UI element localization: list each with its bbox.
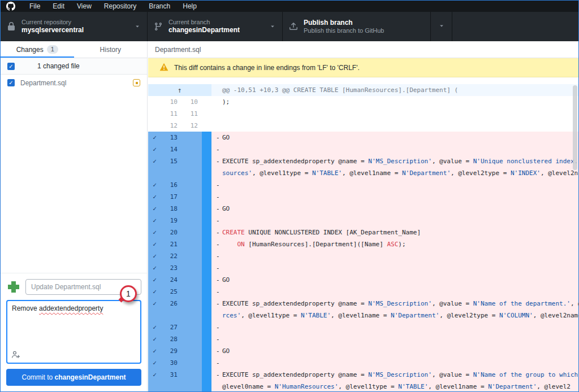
commit-button[interactable]: Commit to changesinDepartment xyxy=(6,369,141,386)
line-select-checkmark[interactable]: ✓ xyxy=(148,298,161,310)
publish-dropdown-button[interactable] xyxy=(431,12,452,41)
line-select-strip[interactable] xyxy=(202,155,211,167)
select-all-checkbox[interactable]: ✓ xyxy=(7,63,15,70)
diff-row[interactable]: ✓15-EXECUTE sp_addextendedproperty @name… xyxy=(148,155,578,167)
line-select-checkmark[interactable]: ✓ xyxy=(148,191,161,203)
line-select-checkmark[interactable]: ✓ xyxy=(148,179,161,191)
diff-row[interactable]: ✓25- xyxy=(148,286,578,298)
line-select-strip[interactable] xyxy=(202,321,211,333)
line-select-checkmark[interactable]: ✓ xyxy=(148,143,161,155)
line-select-strip[interactable] xyxy=(202,132,211,143)
line-select-checkmark[interactable] xyxy=(148,381,161,391)
publish-branch-button[interactable]: Publish branch Publish this branch to Gi… xyxy=(283,12,431,41)
code-segment: , @level2name = xyxy=(533,312,578,319)
line-select-checkmark[interactable] xyxy=(148,120,161,132)
menu-repository[interactable]: Repository xyxy=(98,1,142,12)
line-select-strip[interactable] xyxy=(202,310,211,321)
diff-row[interactable]: ✓30- xyxy=(148,357,578,369)
line-select-checkmark[interactable]: ✓ xyxy=(148,286,161,298)
line-select-strip[interactable] xyxy=(202,238,211,250)
diff-row[interactable]: ✓26-EXECUTE sp_addextendedproperty @name… xyxy=(148,298,578,310)
file-list-item[interactable]: ✓ Department.sql xyxy=(1,75,147,91)
line-select-checkmark[interactable]: ✓ xyxy=(148,333,161,345)
line-select-checkmark[interactable] xyxy=(148,96,161,108)
current-branch-button[interactable]: Current branch changesinDepartment xyxy=(148,12,283,41)
tab-changes[interactable]: Changes 1 xyxy=(1,41,74,58)
diff-row[interactable]: 1212 xyxy=(148,120,578,132)
menu-edit[interactable]: Edit xyxy=(46,1,71,12)
line-select-strip[interactable] xyxy=(202,357,211,369)
line-select-checkmark[interactable]: ✓ xyxy=(148,369,161,381)
diff-row[interactable]: ✓19- xyxy=(148,215,578,227)
repo-name: mysqlservercentral xyxy=(21,26,84,34)
line-select-strip[interactable] xyxy=(202,167,211,179)
line-select-strip[interactable] xyxy=(202,143,211,155)
diff-row[interactable]: sources', @level1type = N'TABLE', @level… xyxy=(148,167,578,179)
line-select-strip[interactable] xyxy=(202,369,211,381)
current-repository-button[interactable]: Current repository mysqlservercentral xyxy=(1,12,148,41)
diff-marker: - xyxy=(214,179,222,191)
diff-row[interactable]: ✓28- xyxy=(148,333,578,345)
diff-row[interactable]: ✓27- xyxy=(148,321,578,333)
line-select-strip[interactable] xyxy=(202,227,211,238)
line-select-strip[interactable] xyxy=(202,333,211,345)
diff-row[interactable]: ✓23- xyxy=(148,262,578,274)
diff-row[interactable]: 1111 xyxy=(148,108,578,120)
file-checkbox[interactable]: ✓ xyxy=(7,79,15,86)
line-select-checkmark[interactable] xyxy=(148,108,161,120)
line-select-strip[interactable] xyxy=(202,274,211,286)
line-select-strip[interactable] xyxy=(202,191,211,203)
menu-branch[interactable]: Branch xyxy=(142,1,176,12)
line-select-checkmark[interactable]: ✓ xyxy=(148,262,161,274)
menu-help[interactable]: Help xyxy=(176,1,203,12)
line-select-strip[interactable] xyxy=(202,298,211,310)
line-select-strip[interactable] xyxy=(202,108,211,120)
tab-history[interactable]: History xyxy=(74,41,148,58)
line-select-checkmark[interactable]: ✓ xyxy=(148,274,161,286)
line-select-checkmark[interactable]: ✓ xyxy=(148,345,161,357)
line-select-strip[interactable] xyxy=(202,96,211,108)
diff-row[interactable]: ✓24-GO xyxy=(148,274,578,286)
diff-row[interactable]: ✓22- xyxy=(148,250,578,262)
line-select-checkmark[interactable]: ✓ xyxy=(148,203,161,215)
line-select-strip[interactable] xyxy=(202,286,211,298)
diff-row[interactable]: ✓18-GO xyxy=(148,203,578,215)
line-select-checkmark[interactable]: ✓ xyxy=(148,321,161,333)
old-line-number xyxy=(161,381,182,391)
line-select-checkmark[interactable] xyxy=(148,167,161,179)
line-select-strip[interactable] xyxy=(202,215,211,227)
line-select-checkmark[interactable] xyxy=(148,310,161,321)
diff-row[interactable]: ✓13-GO xyxy=(148,132,578,143)
scrollbar[interactable] xyxy=(573,85,577,170)
line-select-checkmark[interactable]: ✓ xyxy=(148,250,161,262)
menu-view[interactable]: View xyxy=(71,1,98,12)
diff-row[interactable]: ✓20-CREATE UNIQUE NONCLUSTERED INDEX [AK… xyxy=(148,227,578,238)
line-select-checkmark[interactable]: ✓ xyxy=(148,357,161,369)
line-select-strip[interactable] xyxy=(202,120,211,132)
diff-row[interactable]: ✓29-GO xyxy=(148,345,578,357)
diff-row[interactable]: ✓17- xyxy=(148,191,578,203)
diff-row[interactable]: ✓14- xyxy=(148,143,578,155)
expand-hunk-icon[interactable]: ↑ xyxy=(148,84,211,96)
line-select-checkmark[interactable]: ✓ xyxy=(148,155,161,167)
diff-row[interactable]: @level0name = N'HumanResources', @level1… xyxy=(148,381,578,391)
menu-file[interactable]: File xyxy=(23,1,46,12)
line-select-checkmark[interactable]: ✓ xyxy=(148,227,161,238)
line-select-strip[interactable] xyxy=(202,203,211,215)
line-select-strip[interactable] xyxy=(202,345,211,357)
line-select-strip[interactable] xyxy=(202,179,211,191)
diff-row[interactable]: ✓31-EXECUTE sp_addextendedproperty @name… xyxy=(148,369,578,381)
line-select-strip[interactable] xyxy=(202,250,211,262)
line-select-strip[interactable] xyxy=(202,262,211,274)
commit-description-input[interactable]: Remove addextendedproperty xyxy=(6,300,141,364)
diff-row[interactable]: 1010); xyxy=(148,96,578,108)
line-select-strip[interactable] xyxy=(202,381,211,391)
line-select-checkmark[interactable]: ✓ xyxy=(148,238,161,250)
diff-row[interactable]: ✓16- xyxy=(148,179,578,191)
diff-row[interactable]: rces', @level1type = N'TABLE', @level1na… xyxy=(148,310,578,321)
line-select-checkmark[interactable]: ✓ xyxy=(148,215,161,227)
diff-row[interactable]: ✓21- ON [HumanResources].[Department]([N… xyxy=(148,238,578,250)
line-select-checkmark[interactable]: ✓ xyxy=(148,132,161,143)
add-co-author-icon[interactable] xyxy=(11,350,20,359)
changes-count-badge: 1 xyxy=(47,45,58,54)
